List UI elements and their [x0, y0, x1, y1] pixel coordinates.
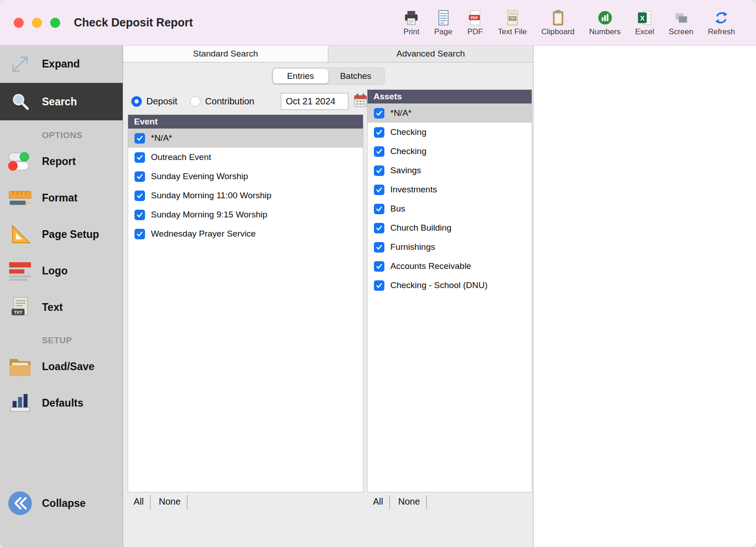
sidebar-page-setup-label: Page Setup: [42, 228, 99, 241]
toolbar-print[interactable]: Print: [403, 9, 419, 36]
event-list-item[interactable]: Wednesday Prayer Service: [128, 224, 363, 243]
event-list[interactable]: *N/A* Outreach Event: [128, 129, 363, 492]
toolbar-screen[interactable]: Screen: [669, 9, 694, 36]
checkbox-icon[interactable]: [135, 229, 145, 239]
checkbox-icon[interactable]: [135, 152, 145, 163]
sidebar-item-search[interactable]: Search: [0, 83, 123, 120]
deposit-radio[interactable]: [131, 96, 142, 107]
assets-none-button[interactable]: None: [395, 495, 427, 509]
checkbox-icon[interactable]: [374, 108, 384, 119]
event-list-item[interactable]: Outreach Event: [128, 148, 363, 167]
toolbar-clipboard[interactable]: Clipboard: [541, 9, 575, 36]
assets-item-label: *N/A*: [390, 108, 411, 118]
svg-text:TXT: TXT: [509, 17, 516, 20]
toolbar-pdf[interactable]: PDF PDF: [467, 9, 483, 36]
checkbox-icon[interactable]: [374, 127, 384, 138]
sidebar-item-page-setup[interactable]: Page Setup: [0, 216, 123, 253]
sidebar-item-logo[interactable]: Logo: [0, 253, 123, 289]
tab-advanced-search[interactable]: Advanced Search: [328, 46, 533, 62]
sidebar-format-label: Format: [42, 192, 78, 204]
logo-bars-icon: [5, 260, 35, 281]
expand-arrows-icon: [5, 53, 35, 75]
checkbox-icon[interactable]: [135, 210, 145, 220]
text-file-icon: TXT: [504, 9, 521, 26]
checkbox-icon[interactable]: [135, 171, 145, 182]
contribution-radio-group[interactable]: Contribution: [190, 96, 254, 107]
assets-all-button[interactable]: All: [370, 495, 390, 509]
deposit-radio-label: Deposit: [146, 96, 177, 107]
assets-list-item[interactable]: Checking: [368, 142, 532, 161]
checkbox-icon[interactable]: [374, 204, 384, 214]
deposit-radio-group[interactable]: Deposit: [131, 96, 177, 107]
event-list-item[interactable]: *N/A*: [128, 129, 363, 148]
sidebar-item-format[interactable]: Format: [0, 180, 123, 216]
assets-list[interactable]: *N/A* Checking: [368, 103, 532, 492]
segment-entries[interactable]: Entries: [273, 69, 328, 83]
magnifier-icon: [5, 91, 35, 113]
contribution-radio[interactable]: [190, 96, 201, 107]
toolbar-page[interactable]: Page: [434, 9, 452, 36]
checkbox-icon[interactable]: [374, 242, 384, 253]
sidebar-load-save-label: Load/Save: [42, 361, 94, 373]
sidebar-item-text[interactable]: TXT Text: [0, 289, 123, 325]
refresh-icon: [713, 9, 730, 26]
event-list-item[interactable]: Sunday Evening Worship: [128, 167, 363, 186]
assets-list-item[interactable]: Checking: [368, 123, 532, 142]
sidebar-item-report[interactable]: Report: [0, 143, 123, 180]
date-input[interactable]: [281, 93, 348, 110]
event-list-item[interactable]: Sunday Morning 9:15 Worship: [128, 205, 363, 224]
checkbox-icon[interactable]: [374, 165, 384, 176]
zoom-button[interactable]: [50, 18, 60, 28]
checkbox-icon[interactable]: [374, 185, 384, 195]
toolbar-screen-label: Screen: [669, 27, 694, 36]
tab-standard-search[interactable]: Standard Search: [123, 46, 328, 62]
assets-item-label: Checking: [390, 146, 426, 156]
sidebar-item-collapse[interactable]: Collapse: [0, 485, 123, 521]
titlebar: Check Deposit Report Print Page PDF PDF: [0, 0, 756, 46]
event-item-label: Outreach Event: [151, 152, 211, 162]
checkbox-icon[interactable]: [374, 223, 384, 233]
assets-list-item[interactable]: Checking - School (DNU): [368, 276, 532, 295]
clipboard-icon: [550, 9, 566, 26]
toolbar-excel[interactable]: X Excel: [635, 9, 654, 36]
sidebar-item-defaults[interactable]: Defaults: [0, 385, 123, 421]
sidebar-expand-label: Expand: [42, 58, 80, 70]
toolbar-text-file[interactable]: TXT Text File: [498, 9, 527, 36]
segment-batches[interactable]: Batches: [328, 69, 383, 83]
toolbar-pdf-label: PDF: [467, 27, 483, 36]
assets-list-item[interactable]: Accounts Receivable: [368, 257, 532, 276]
ruler-pencil-icon: [5, 187, 35, 208]
toolbar-numbers[interactable]: Numbers: [589, 9, 621, 36]
minimize-button[interactable]: [32, 18, 42, 28]
assets-list-item[interactable]: Church Building: [368, 218, 532, 237]
toolbar-refresh[interactable]: Refresh: [708, 9, 735, 36]
sidebar-item-expand[interactable]: Expand: [0, 46, 123, 83]
checkbox-icon[interactable]: [374, 280, 384, 291]
toolbar: Print Page PDF PDF TXT Text File: [403, 9, 756, 36]
calendar-button[interactable]: [353, 93, 368, 109]
toolbar-text-file-label: Text File: [498, 27, 527, 36]
assets-list-item[interactable]: Investments: [368, 180, 532, 199]
checkbox-icon[interactable]: [135, 133, 145, 144]
checkbox-icon[interactable]: [374, 261, 384, 272]
close-button[interactable]: [14, 18, 24, 28]
event-list-item[interactable]: Sunday Morning 11:00 Worship: [128, 186, 363, 205]
sidebar-text-label: Text: [42, 301, 63, 314]
sidebar-defaults-label: Defaults: [42, 397, 83, 409]
event-all-button[interactable]: All: [131, 495, 150, 509]
assets-list-item[interactable]: Furnishings: [368, 237, 532, 257]
app-window: Check Deposit Report Print Page PDF PDF: [0, 0, 756, 547]
toggles-icon: [5, 151, 35, 172]
assets-panel: Assets *N/A*: [367, 89, 532, 492]
event-none-button[interactable]: None: [156, 495, 187, 509]
sidebar-item-load-save[interactable]: Load/Save: [0, 348, 123, 385]
assets-item-label: Accounts Receivable: [390, 261, 471, 271]
checkbox-icon[interactable]: [374, 146, 384, 157]
assets-list-item[interactable]: Bus: [368, 199, 532, 218]
calendar-icon: [353, 93, 368, 109]
checkbox-icon[interactable]: [135, 191, 145, 201]
assets-list-item[interactable]: Savings: [368, 161, 532, 180]
assets-list-item[interactable]: *N/A*: [368, 103, 532, 123]
collapse-circle-icon: [5, 491, 35, 516]
svg-text:TXT: TXT: [14, 310, 22, 315]
